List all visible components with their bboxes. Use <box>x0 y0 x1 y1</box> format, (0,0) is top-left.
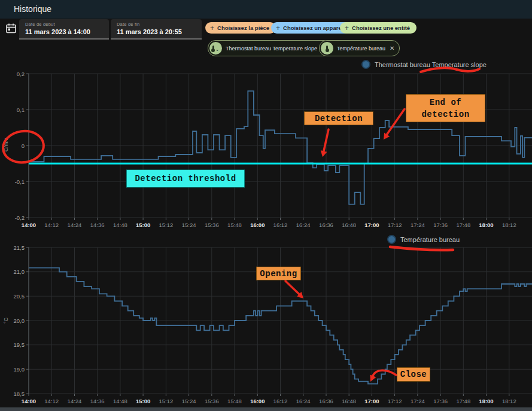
svg-text:14:24: 14:24 <box>68 222 82 228</box>
svg-text:18:12: 18:12 <box>502 398 516 404</box>
horizontal-scrollbar[interactable] <box>0 407 532 411</box>
svg-text:15:48: 15:48 <box>227 222 242 228</box>
svg-text:15:24: 15:24 <box>182 398 196 404</box>
choose-area-chip[interactable]: + Choisissez la pièce <box>205 22 276 34</box>
svg-text:17:36: 17:36 <box>433 398 448 404</box>
legend-dot-icon <box>387 235 396 244</box>
thermometer-icon <box>321 42 333 55</box>
page-title: Historique <box>14 0 51 19</box>
close-arrow <box>373 370 396 376</box>
opening-arrowhead <box>297 292 303 298</box>
svg-text:20,0: 20,0 <box>14 318 25 324</box>
svg-text:17:00: 17:00 <box>364 398 379 404</box>
svg-text:15:12: 15:12 <box>159 222 174 228</box>
annotation-end-of-detection: End of detection <box>406 94 485 122</box>
entity-chip-label: Température bureau <box>337 46 385 52</box>
svg-text:16:36: 16:36 <box>319 222 333 228</box>
svg-text:°C: °C <box>3 317 9 324</box>
legend-label: Thermostat bureau Temperature slope <box>375 61 487 68</box>
svg-text:-0,1: -0,1 <box>15 179 25 185</box>
svg-text:17:36: 17:36 <box>433 222 448 228</box>
svg-text:17:48: 17:48 <box>456 222 470 228</box>
legend-label: Température bureau <box>400 236 460 243</box>
svg-text:-0,2: -0,2 <box>15 214 25 221</box>
svg-text:21,0: 21,0 <box>14 268 25 275</box>
choose-device-label: Choisissez un appareil <box>283 25 345 31</box>
thermometer-icon: ⌄ <box>209 42 222 55</box>
svg-text:17:12: 17:12 <box>388 222 402 228</box>
svg-text:14:36: 14:36 <box>90 398 105 404</box>
svg-text:17:48: 17:48 <box>456 398 470 404</box>
svg-text:15:48: 15:48 <box>227 398 242 404</box>
entity-chip-temperature[interactable]: Température bureau ✕ <box>319 40 400 56</box>
annotation-detection: Detection <box>304 111 373 125</box>
svg-text:15:36: 15:36 <box>205 222 219 228</box>
chevron-down-icon: ⌄ <box>215 47 220 52</box>
close-arrowhead <box>370 375 376 382</box>
svg-text:16:00: 16:00 <box>250 398 265 404</box>
date-start-label: Date de début <box>25 22 109 27</box>
choose-device-chip[interactable]: + Choisissez un appareil <box>271 22 351 34</box>
svg-text:16:12: 16:12 <box>273 398 288 404</box>
svg-text:15:00: 15:00 <box>136 398 150 404</box>
date-end-value: 11 mars 2023 à 20:55 <box>117 28 202 35</box>
svg-text:15:36: 15:36 <box>205 398 219 404</box>
annotation-opening: Opening <box>256 267 301 280</box>
svg-text:17:12: 17:12 <box>388 398 402 404</box>
svg-text:18:00: 18:00 <box>479 222 493 228</box>
legend-thermostat-slope[interactable]: Thermostat bureau Temperature slope <box>361 60 487 69</box>
svg-text:19,5: 19,5 <box>14 342 25 348</box>
svg-text:16:24: 16:24 <box>296 222 311 228</box>
svg-text:15:12: 15:12 <box>159 398 174 404</box>
svg-text:21,5: 21,5 <box>14 244 25 251</box>
choose-entity-label: Choisissez une entité <box>352 25 410 31</box>
svg-text:14:48: 14:48 <box>113 222 127 228</box>
legend-dot-icon <box>361 60 370 69</box>
svg-text:15:24: 15:24 <box>182 222 196 228</box>
svg-text:19,0: 19,0 <box>14 366 25 373</box>
add-icon: + <box>345 24 349 32</box>
svg-text:20,5: 20,5 <box>14 293 25 300</box>
svg-text:17:24: 17:24 <box>411 222 425 228</box>
svg-text:14:36: 14:36 <box>90 222 105 228</box>
svg-text:°C/min: °C/min <box>3 137 9 153</box>
svg-text:14:12: 14:12 <box>44 398 59 404</box>
svg-text:0: 0 <box>22 143 25 149</box>
end-of-detection-arrow <box>387 109 405 135</box>
annotation-detection-threshold: Detection threshold <box>126 170 245 188</box>
app-header: Historique <box>0 0 532 19</box>
svg-text:17:24: 17:24 <box>411 398 425 404</box>
svg-text:18:00: 18:00 <box>479 398 493 404</box>
svg-text:16:36: 16:36 <box>319 398 333 404</box>
calendar-icon <box>5 23 17 34</box>
svg-text:16:48: 16:48 <box>342 398 356 404</box>
legend-temperature[interactable]: Température bureau <box>387 235 460 244</box>
svg-text:14:00: 14:00 <box>22 222 36 228</box>
date-start-field[interactable]: Date de début 11 mars 2023 à 14:00 <box>19 19 109 40</box>
annotation-close: Close <box>397 367 430 382</box>
legend2-underline <box>390 247 453 250</box>
date-end-field[interactable]: Date de fin 11 mars 2023 à 20:55 <box>111 19 202 40</box>
detection-arrowhead <box>321 150 327 157</box>
svg-text:17:00: 17:00 <box>364 222 379 228</box>
svg-text:18:12: 18:12 <box>502 222 516 228</box>
svg-text:16:00: 16:00 <box>250 222 265 228</box>
choose-entity-chip[interactable]: + Choisissez une entité <box>340 22 417 34</box>
close-icon[interactable]: ✕ <box>390 45 394 52</box>
svg-text:15:00: 15:00 <box>136 222 150 228</box>
svg-text:0,1: 0,1 <box>17 107 25 113</box>
add-icon: + <box>210 24 214 32</box>
svg-text:14:00: 14:00 <box>22 398 36 404</box>
svg-text:16:12: 16:12 <box>273 222 288 228</box>
svg-text:0,2: 0,2 <box>17 71 25 77</box>
svg-text:14:48: 14:48 <box>113 398 127 404</box>
entity-chip-label: Thermostat bureau Temperature slope <box>226 46 317 52</box>
add-icon: + <box>276 24 280 32</box>
entity-chip-thermostat-slope[interactable]: ⌄ Thermostat bureau Temperature slope ✕ <box>208 40 332 56</box>
end-of-detection-arrowhead <box>384 133 390 140</box>
svg-text:14:12: 14:12 <box>44 222 59 228</box>
svg-text:16:24: 16:24 <box>296 398 311 404</box>
opening-arrow <box>285 281 300 295</box>
date-end-label: Date de fin <box>117 22 202 27</box>
date-start-value: 11 mars 2023 à 14:00 <box>25 28 109 35</box>
